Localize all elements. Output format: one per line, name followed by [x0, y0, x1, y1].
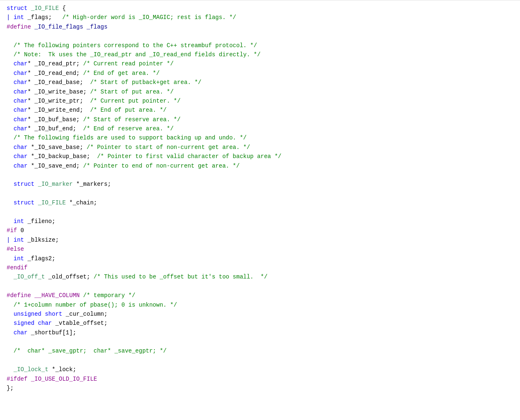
line-content: char *_IO_save_base; /* Pointer to start… — [7, 143, 513, 152]
token-plain — [34, 199, 38, 206]
token-plain — [79, 292, 83, 299]
code-line: char _shortbuf[1]; — [0, 328, 520, 337]
line-content: /* The following pointers correspond to … — [7, 41, 513, 50]
token-plain: *_markers; — [73, 181, 111, 187]
token-macro: _IO_USE_OLD_IO_FILE — [31, 376, 97, 382]
token-comment: /* temporary */ — [83, 292, 135, 299]
line-content: _IO_lock_t *_lock; — [7, 365, 513, 374]
code-line: char *_IO_save_end; /* Pointer to end of… — [0, 161, 520, 170]
line-content: | int _flags; /* High-order word is _IO_… — [7, 13, 513, 22]
token-kw: int — [14, 14, 24, 21]
line-content — [7, 337, 513, 346]
token-plain — [31, 24, 34, 30]
code-line: #else — [0, 245, 520, 254]
line-content: signed char _vtable_offset; — [7, 319, 513, 328]
code-line — [0, 31, 520, 41]
line-content: char* _IO_write_end; /* End of put area.… — [7, 106, 513, 115]
code-line — [0, 189, 520, 198]
line-content: #if 0 — [7, 226, 513, 235]
line-content: char* _IO_buf_end; /* End of reserve are… — [7, 124, 513, 133]
token-plain — [7, 107, 14, 113]
code-line: | int _blksize; — [0, 235, 520, 245]
token-plain — [7, 320, 14, 326]
token-plain — [7, 98, 14, 104]
line-content: char* _IO_buf_base; /* Start of reserve … — [7, 115, 513, 124]
line-content: #else — [7, 245, 513, 254]
token-plain: _cur_column; — [62, 311, 107, 317]
token-pp: #endif — [7, 264, 27, 271]
code-line — [0, 282, 520, 291]
line-content: #endif — [7, 263, 513, 272]
code-line: #if 0 — [0, 226, 520, 235]
token-kw: struct — [7, 5, 27, 12]
token-comment: /* Pointer to first valid character of b… — [97, 153, 281, 160]
token-plain: 0 — [17, 227, 24, 234]
code-line: char* _IO_write_base; /* Start of put ar… — [0, 87, 520, 96]
token-plain: _flags2; — [24, 255, 55, 262]
token-kw: char — [14, 70, 28, 77]
code-line: /* Note: Tk uses the _IO_read_ptr and _I… — [0, 50, 520, 59]
token-plain — [27, 376, 31, 382]
token-plain: * _IO_read_end; — [27, 70, 83, 77]
token-pp: #define — [7, 24, 31, 30]
code-line: /* char* _save_gptr; char* _save_egptr; … — [0, 346, 520, 355]
token-kw: char — [14, 116, 28, 123]
token-plain: * _IO_write_ptr; — [27, 98, 90, 104]
token-type: _IO_off_t — [14, 274, 45, 280]
line-content: char *_IO_backup_base; /* Pointer to fir… — [7, 152, 513, 161]
token-kw: unsigned — [14, 311, 41, 317]
token-struct-name: _IO_marker — [38, 181, 73, 187]
code-line — [0, 170, 520, 180]
line-content: }; — [7, 384, 513, 393]
line-content: struct _IO_marker *_markers; — [7, 180, 513, 189]
token-plain: }; — [7, 385, 14, 391]
line-content: | int _blksize; — [7, 235, 513, 245]
code-line: struct _IO_marker *_markers; — [0, 180, 520, 189]
token-comment: /* char* _save_gptr; char* _save_egptr; … — [14, 348, 167, 354]
token-kw: char — [14, 89, 28, 95]
token-comment: /* Pointer to end of non-current get are… — [83, 163, 240, 169]
token-plain — [7, 125, 14, 132]
token-plain — [27, 5, 31, 12]
code-line: char* _IO_write_ptr; /* Current put poin… — [0, 96, 520, 106]
token-plain: _shortbuf[1]; — [27, 329, 76, 336]
token-plain — [7, 274, 14, 280]
code-container: struct _IO_FILE {| int _flags; /* High-o… — [0, 0, 520, 420]
token-plain — [7, 348, 14, 354]
token-comment: /* High-order word is _IO_MAGIC; rest is… — [62, 14, 236, 21]
line-content — [7, 170, 513, 180]
token-plain — [7, 329, 14, 336]
line-content: char* _IO_read_base; /* Start of putback… — [7, 78, 513, 87]
token-plain — [7, 144, 14, 151]
code-line — [0, 356, 520, 365]
token-type: _IO_lock_t — [14, 366, 48, 373]
token-pp: #define — [7, 292, 31, 299]
token-name: _IO_file_flags — [34, 24, 83, 30]
token-plain — [7, 181, 14, 187]
token-vbar: | — [7, 237, 14, 243]
token-kw: char — [14, 163, 28, 169]
token-kw: char — [14, 60, 28, 67]
token-comment: /* End of reserve area. */ — [83, 125, 173, 132]
token-kw: int — [14, 237, 24, 243]
code-line: int _flags2; — [0, 254, 520, 263]
code-line: unsigned short _cur_column; — [0, 310, 520, 319]
line-content: _IO_off_t _old_offset; /* This used to b… — [7, 272, 513, 281]
token-plain: _old_offset; — [45, 274, 94, 280]
token-plain — [7, 199, 14, 206]
token-kw: int — [14, 255, 24, 262]
token-struct-name: _IO_FILE — [31, 5, 59, 12]
code-line: | int _flags; /* High-order word is _IO_… — [0, 13, 520, 22]
code-line: #ifdef _IO_USE_OLD_IO_FILE — [0, 374, 520, 384]
token-kw: char — [38, 320, 52, 326]
line-content: /* char* _save_gptr; char* _save_egptr; … — [7, 346, 513, 355]
token-plain: *_chain; — [66, 199, 97, 206]
token-plain — [7, 218, 14, 225]
token-kw: char — [14, 107, 28, 113]
line-content — [7, 282, 513, 291]
code-line: char *_IO_backup_base; /* Pointer to fir… — [0, 152, 520, 161]
line-content: char _shortbuf[1]; — [7, 328, 513, 337]
code-line: char* _IO_buf_end; /* End of reserve are… — [0, 124, 520, 133]
token-plain — [83, 24, 87, 30]
token-plain: * _IO_read_base; — [27, 79, 90, 86]
